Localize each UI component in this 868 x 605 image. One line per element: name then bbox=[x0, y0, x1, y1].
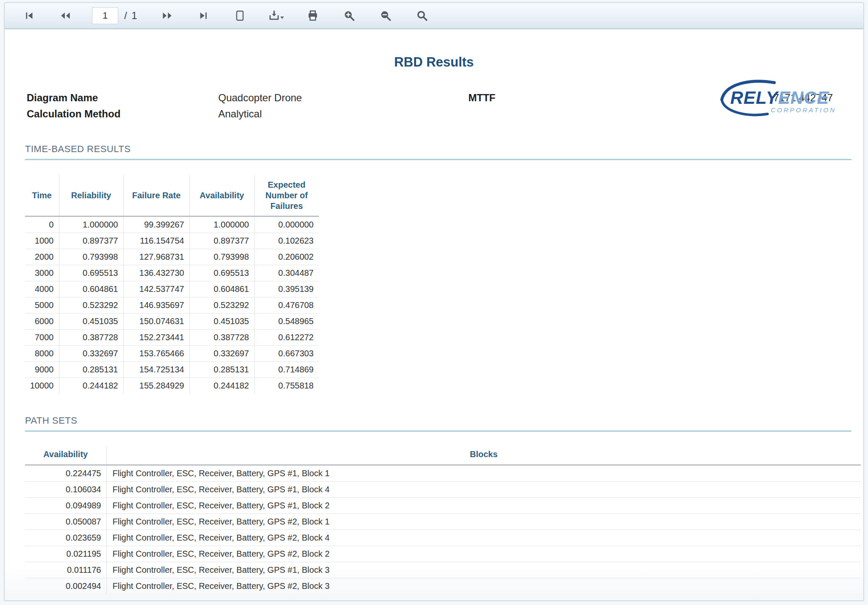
print-icon bbox=[307, 10, 319, 22]
cell-blocks: Flight Controller, ESC, Receiver, Batter… bbox=[106, 546, 861, 562]
cell-reliability: 0.695513 bbox=[59, 265, 123, 281]
table-row: 0.224475 Flight Controller, ESC, Receive… bbox=[25, 465, 861, 481]
cell-expected-failures: 0.102623 bbox=[254, 233, 319, 249]
download-button[interactable] bbox=[266, 6, 287, 26]
download-options-icon bbox=[280, 17, 284, 19]
cell-reliability: 0.451035 bbox=[59, 314, 123, 330]
cell-reliability: 0.387728 bbox=[59, 330, 123, 346]
cell-time: 5000 bbox=[25, 297, 59, 314]
table-row: 0.002494 Flight Controller, ESC, Receive… bbox=[25, 578, 861, 594]
cell-failure-rate: 146.935697 bbox=[123, 297, 189, 314]
cell-availability: 0.897377 bbox=[189, 233, 254, 249]
section-underline bbox=[25, 430, 851, 432]
cell-failure-rate: 136.432730 bbox=[123, 265, 189, 281]
cell-reliability: 0.332697 bbox=[59, 346, 123, 362]
cell-availability: 0.332697 bbox=[189, 346, 254, 362]
cell-failure-rate: 153.765466 bbox=[123, 346, 189, 362]
cell-time: 7000 bbox=[25, 330, 59, 346]
single-page-view-button[interactable] bbox=[230, 6, 250, 26]
cell-failure-rate: 142.537747 bbox=[123, 281, 189, 297]
first-page-button[interactable] bbox=[19, 6, 39, 26]
next-page-button[interactable] bbox=[157, 6, 177, 26]
table-row: 3000 0.695513 136.432730 0.695513 0.3044… bbox=[25, 265, 319, 281]
table-row: 10000 0.244182 155.284929 0.244182 0.755… bbox=[25, 378, 319, 394]
table-row: 0.023659 Flight Controller, ESC, Receive… bbox=[25, 530, 861, 546]
relyence-logo: RELYENCE CORPORATION bbox=[723, 80, 837, 119]
cell-time: 1000 bbox=[25, 233, 59, 249]
calculation-method-value: Analytical bbox=[218, 108, 468, 120]
cell-failure-rate: 154.725134 bbox=[123, 362, 189, 378]
toolbar: / 1 bbox=[5, 3, 863, 29]
table-row: 0.094989 Flight Controller, ESC, Receive… bbox=[25, 497, 861, 513]
path-sets-heading: PATH SETS bbox=[25, 415, 851, 430]
single-page-view-icon bbox=[234, 10, 245, 22]
download-icon bbox=[268, 10, 284, 22]
column-header-availability: Availability bbox=[25, 446, 106, 465]
path-sets-table: Availability Blocks 0.224475 Flight Cont… bbox=[25, 446, 861, 594]
cell-availability: 0.387728 bbox=[189, 330, 254, 346]
cell-time: 4000 bbox=[25, 281, 59, 297]
cell-time: 0 bbox=[25, 216, 59, 233]
mttf-label: MTTF bbox=[468, 92, 608, 104]
cell-availability: 0.106034 bbox=[25, 481, 106, 497]
report-page: RBD Results RELYENCE CORPORATION Diagram… bbox=[5, 30, 863, 600]
diagram-name-value: Quadcopter Drone bbox=[218, 92, 468, 104]
cell-reliability: 0.523292 bbox=[59, 297, 123, 314]
print-button[interactable] bbox=[303, 6, 323, 26]
cell-reliability: 0.244182 bbox=[59, 378, 123, 394]
cell-failure-rate: 150.074631 bbox=[123, 314, 189, 330]
calculation-method-label: Calculation Method bbox=[27, 108, 218, 120]
cell-blocks: Flight Controller, ESC, Receiver, Batter… bbox=[106, 562, 861, 578]
cell-time: 3000 bbox=[25, 265, 59, 281]
search-icon bbox=[416, 10, 428, 22]
cell-availability: 0.793998 bbox=[189, 249, 254, 265]
report-viewer-screen: / 1 bbox=[0, 0, 868, 605]
cell-expected-failures: 0.612272 bbox=[254, 330, 319, 346]
page-count-label: / 1 bbox=[124, 10, 138, 22]
column-header-time: Time bbox=[25, 175, 59, 216]
cell-expected-failures: 0.755818 bbox=[254, 378, 319, 394]
zoom-out-button[interactable] bbox=[376, 6, 396, 26]
previous-page-button[interactable] bbox=[56, 6, 76, 26]
first-page-icon bbox=[24, 10, 35, 21]
table-row: 8000 0.332697 153.765466 0.332697 0.6673… bbox=[25, 346, 319, 362]
previous-page-icon bbox=[59, 10, 72, 21]
cell-blocks: Flight Controller, ESC, Receiver, Batter… bbox=[106, 578, 861, 594]
column-header-failure-rate: Failure Rate bbox=[123, 175, 189, 216]
cell-availability: 0.523292 bbox=[189, 297, 254, 314]
cell-failure-rate: 155.284929 bbox=[123, 378, 189, 394]
table-row: 0.011176 Flight Controller, ESC, Receive… bbox=[25, 562, 861, 578]
column-header-reliability: Reliability bbox=[59, 175, 123, 216]
cell-expected-failures: 0.000000 bbox=[254, 216, 319, 233]
cell-availability: 0.021195 bbox=[25, 546, 106, 562]
logo-subtitle: CORPORATION bbox=[771, 106, 836, 114]
cell-availability: 0.050087 bbox=[25, 513, 106, 530]
cell-time: 6000 bbox=[25, 314, 59, 330]
search-button[interactable] bbox=[412, 6, 432, 26]
table-row: 0.050087 Flight Controller, ESC, Receive… bbox=[25, 513, 861, 530]
section-time-based-results: TIME-BASED RESULTS bbox=[25, 144, 851, 160]
table-row: 0.021195 Flight Controller, ESC, Receive… bbox=[25, 546, 861, 562]
table-row: 0 1.000000 99.399267 1.000000 0.000000 bbox=[25, 216, 319, 233]
cell-availability: 0.451035 bbox=[189, 314, 254, 330]
table-row: 1000 0.897377 116.154754 0.897377 0.1026… bbox=[25, 233, 319, 249]
column-header-blocks: Blocks bbox=[106, 446, 861, 465]
cell-failure-rate: 116.154754 bbox=[123, 233, 189, 249]
cell-reliability: 0.897377 bbox=[59, 233, 123, 249]
table-row: 9000 0.285131 154.725134 0.285131 0.7148… bbox=[25, 362, 319, 378]
cell-time: 10000 bbox=[25, 378, 59, 394]
cell-reliability: 1.000000 bbox=[59, 216, 123, 233]
table-row: 0.106034 Flight Controller, ESC, Receive… bbox=[25, 481, 861, 497]
last-page-button[interactable] bbox=[193, 6, 214, 26]
zoom-in-icon bbox=[343, 10, 355, 22]
cell-time: 8000 bbox=[25, 346, 59, 362]
cell-time: 2000 bbox=[25, 249, 59, 265]
cell-reliability: 0.285131 bbox=[59, 362, 123, 378]
page-number-input[interactable] bbox=[92, 7, 118, 24]
zoom-in-button[interactable] bbox=[339, 6, 359, 26]
cell-availability: 0.224475 bbox=[25, 465, 106, 481]
column-header-expected-failures: Expected Number of Failures bbox=[254, 175, 319, 216]
time-based-results-heading: TIME-BASED RESULTS bbox=[25, 144, 851, 159]
cell-availability: 0.011176 bbox=[25, 562, 106, 578]
cell-expected-failures: 0.714869 bbox=[254, 362, 319, 378]
